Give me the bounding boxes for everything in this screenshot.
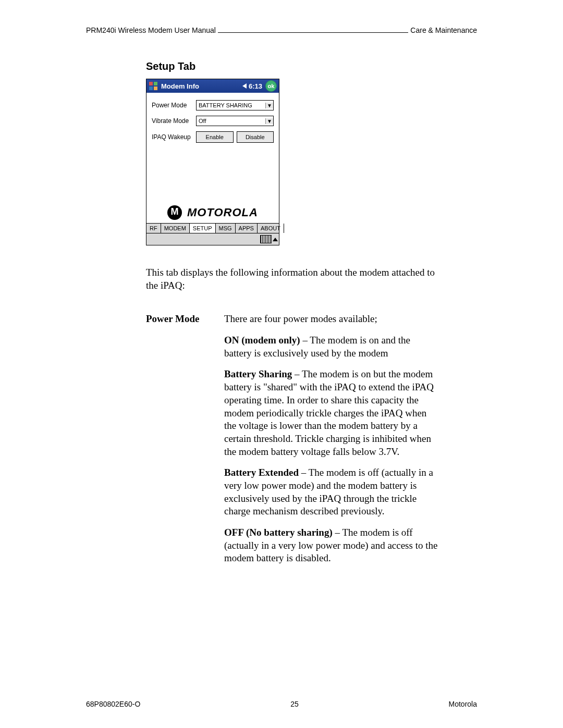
mode-off: OFF (No battery sharing) – The modem is … <box>224 526 438 565</box>
ok-button[interactable]: ok <box>265 80 277 92</box>
tab-msg[interactable]: MSG <box>216 224 236 233</box>
header-right: Care & Maintenance <box>410 26 477 34</box>
motorola-branding: MOTOROLA <box>152 205 274 220</box>
footer-page-number: 25 <box>290 700 299 708</box>
chevron-down-icon: ▼ <box>265 118 273 124</box>
motorola-logo-icon <box>167 205 182 220</box>
speaker-icon[interactable] <box>242 83 247 89</box>
chevron-down-icon: ▼ <box>265 103 273 108</box>
header-left: PRM240i Wireless Modem User Manual <box>86 26 216 34</box>
tab-setup[interactable]: SETUP <box>190 224 216 233</box>
disable-button[interactable]: Disable <box>237 131 274 143</box>
clock: 6:13 <box>249 82 262 90</box>
body-content: This tab displays the following informat… <box>146 266 438 573</box>
page-footer: 68P80802E60-O 25 Motorola <box>86 700 477 708</box>
footer-left: 68P80802E60-O <box>86 700 140 708</box>
header-rule <box>218 32 408 33</box>
power-mode-lead: There are four power modes available; <box>224 313 438 326</box>
keyboard-icon[interactable] <box>260 235 272 243</box>
windows-logo-icon <box>149 81 158 91</box>
device-body: Power Mode BATTERY SHARING ▼ Vibrate Mod… <box>146 93 279 223</box>
vibrate-mode-dropdown[interactable]: Off ▼ <box>196 116 274 126</box>
sip-up-icon[interactable] <box>273 238 278 241</box>
enable-button[interactable]: Enable <box>196 131 234 143</box>
tab-rf[interactable]: RF <box>146 224 161 233</box>
tab-strip: RF MODEM SETUP MSG APPS ABOUT <box>146 223 279 233</box>
section-heading: Setup Tab <box>146 60 477 72</box>
motorola-wordmark: MOTOROLA <box>187 206 258 219</box>
tab-apps[interactable]: APPS <box>236 224 258 233</box>
window-title: Modem Info <box>161 82 242 90</box>
tab-modem[interactable]: MODEM <box>161 224 190 233</box>
power-mode-value: BATTERY SHARING <box>199 102 265 108</box>
mode-battery-sharing: Battery Sharing – The modem is on but th… <box>224 368 438 458</box>
title-bar: Modem Info 6:13 ok <box>146 79 279 93</box>
intro-paragraph: This tab displays the following informat… <box>146 266 438 292</box>
mode-battery-extended: Battery Extended – The modem is off (act… <box>224 466 438 518</box>
sip-bar <box>146 233 279 245</box>
ipaq-wakeup-label: IPAQ Wakeup <box>152 133 196 141</box>
footer-right: Motorola <box>449 700 477 708</box>
power-mode-description: There are four power modes available; ON… <box>224 313 438 573</box>
mode-on: ON (modem only) – The modem is on and th… <box>224 334 438 360</box>
power-mode-dropdown[interactable]: BATTERY SHARING ▼ <box>196 100 274 110</box>
running-header: PRM240i Wireless Modem User Manual Care … <box>86 26 477 34</box>
vibrate-mode-value: Off <box>199 118 265 124</box>
device-screenshot: Modem Info 6:13 ok Power Mode BATTERY SH… <box>146 79 279 245</box>
power-mode-heading: Power Mode <box>146 313 224 326</box>
vibrate-mode-label: Vibrate Mode <box>152 117 196 125</box>
tab-about[interactable]: ABOUT <box>258 224 284 233</box>
power-mode-label: Power Mode <box>152 102 196 109</box>
